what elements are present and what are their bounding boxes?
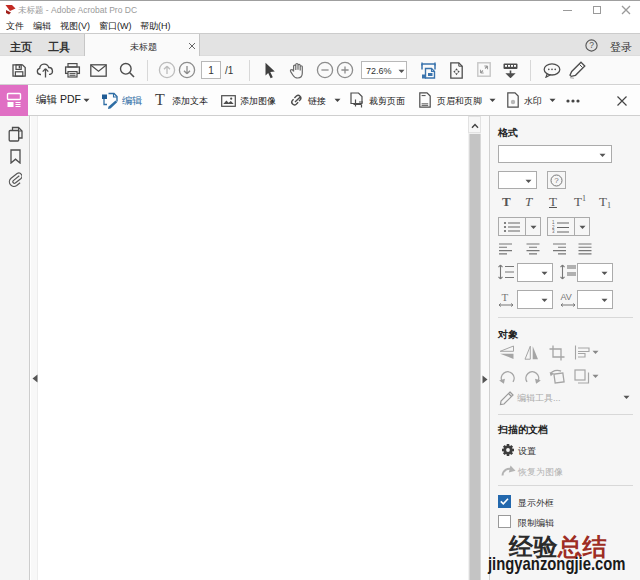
- svg-text:3: 3: [552, 229, 555, 233]
- svg-text:AV: AV: [561, 292, 572, 302]
- svg-text:?: ?: [554, 176, 559, 185]
- svg-text:?: ?: [589, 40, 594, 50]
- svg-text:T: T: [502, 291, 509, 303]
